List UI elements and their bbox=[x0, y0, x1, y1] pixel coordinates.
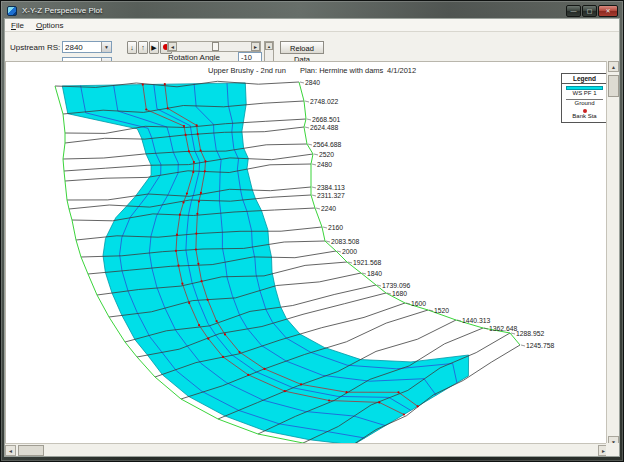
station-label: 1739.096 bbox=[382, 282, 411, 289]
label-leader-line bbox=[337, 251, 341, 252]
xyz-perspective-plot-window: X-Y-Z Perspective Plot — ▢ ✕ File Option… bbox=[0, 0, 624, 462]
station-label: 2240 bbox=[321, 205, 336, 212]
bank-station-dot bbox=[200, 149, 202, 151]
station-label: 1600 bbox=[411, 300, 426, 307]
label-leader-line bbox=[314, 154, 318, 155]
legend-item-label: WS PF 1 bbox=[562, 90, 607, 97]
station-label: 2160 bbox=[328, 224, 343, 231]
bank-station-dot bbox=[238, 351, 240, 353]
legend-item-label: Bank Sta bbox=[562, 113, 607, 120]
bank-station-dot bbox=[167, 107, 169, 109]
bank-station-dot bbox=[197, 263, 199, 265]
station-label: 2384.113 bbox=[317, 184, 345, 191]
bank-station-dot bbox=[179, 214, 181, 216]
plot-area: 28402748.0222668.5012624.4882564.6882520… bbox=[5, 61, 609, 447]
minimize-button[interactable]: — bbox=[566, 5, 581, 17]
reload-data-button[interactable]: Reload Data bbox=[280, 41, 324, 54]
bank-station-dot bbox=[216, 320, 218, 322]
label-leader-line bbox=[511, 333, 515, 334]
bank-station-dot bbox=[204, 160, 206, 162]
rotation-slider[interactable]: ◄ ► bbox=[167, 41, 261, 52]
bank-station-dot bbox=[195, 248, 197, 250]
bank-station-dot bbox=[188, 150, 190, 152]
label-leader-line bbox=[312, 164, 316, 165]
play-animation-button[interactable]: ▶ bbox=[149, 41, 159, 54]
upstream-rs-value: 2840 bbox=[63, 43, 101, 52]
station-label: 1921.568 bbox=[353, 259, 382, 266]
station-label: 2000 bbox=[342, 248, 357, 255]
bank-station-dot bbox=[197, 133, 199, 135]
window-title: X-Y-Z Perspective Plot bbox=[22, 6, 102, 15]
station-label: 2564.688 bbox=[313, 141, 342, 148]
scroll-up-icon[interactable]: ▲ bbox=[608, 61, 619, 72]
station-label: 2480 bbox=[317, 161, 332, 168]
label-leader-line bbox=[308, 144, 312, 145]
label-leader-line bbox=[300, 82, 304, 83]
label-leader-line bbox=[312, 187, 316, 188]
bank-station-dot bbox=[198, 200, 200, 202]
station-label: 1440.313 bbox=[462, 317, 491, 324]
bank-station-dot bbox=[176, 234, 178, 236]
bank-station-dot bbox=[403, 413, 405, 415]
menu-bar: File Options bbox=[5, 19, 619, 32]
bank-station-dot bbox=[192, 171, 194, 173]
close-button[interactable]: ✕ bbox=[598, 5, 618, 17]
bank-station-dot bbox=[378, 401, 380, 403]
perspective-plot: 28402748.0222668.5012624.4882564.6882520… bbox=[6, 62, 609, 447]
slider-thumb[interactable] bbox=[212, 42, 219, 51]
station-label: 2083.508 bbox=[331, 238, 360, 245]
bank-station-dot bbox=[185, 134, 187, 136]
station-label: 1362.648 bbox=[489, 325, 518, 332]
step-downstream-button[interactable]: ↓ bbox=[127, 41, 137, 54]
upstream-rs-label: Upstream RS: bbox=[10, 43, 60, 52]
plot-header: Upper Brushy - 2nd run Plan: Hermine wit… bbox=[6, 66, 608, 76]
station-label: 1520 bbox=[434, 307, 449, 314]
vertical-scroll-thumb[interactable] bbox=[608, 75, 619, 97]
slider-left-arrow-icon[interactable]: ◄ bbox=[168, 42, 177, 51]
bank-station-dot bbox=[193, 161, 195, 163]
bank-station-dot bbox=[346, 391, 348, 393]
bank-station-dot bbox=[182, 201, 184, 203]
bank-station-dot bbox=[222, 356, 224, 358]
bank-station-dot bbox=[183, 125, 185, 127]
station-label: 2311.327 bbox=[317, 192, 345, 199]
bank-station-dot bbox=[224, 333, 226, 335]
horizontal-scrollbar[interactable]: ◄ ► bbox=[5, 443, 609, 456]
bank-station-dot bbox=[263, 368, 265, 370]
bank-station-dot bbox=[164, 83, 166, 85]
bank-station-dot bbox=[284, 390, 286, 392]
label-leader-line bbox=[316, 208, 320, 209]
bank-station-dot bbox=[177, 265, 179, 267]
station-label: 1245.758 bbox=[526, 342, 555, 349]
step-upstream-button[interactable]: ↑ bbox=[138, 41, 148, 54]
chevron-down-icon[interactable]: ▼ bbox=[101, 42, 111, 52]
horizontal-scroll-thumb[interactable] bbox=[18, 445, 44, 456]
bank-station-dot bbox=[300, 383, 302, 385]
spinner-up-icon[interactable]: ▲ bbox=[265, 42, 273, 50]
station-label: 2840 bbox=[305, 79, 320, 86]
plot-title: Upper Brushy - 2nd run bbox=[208, 66, 286, 75]
bank-station-dot bbox=[145, 108, 147, 110]
bank-station-dot bbox=[181, 283, 183, 285]
bank-station-dot bbox=[200, 192, 202, 194]
bank-station-dot bbox=[207, 338, 209, 340]
slider-right-arrow-icon[interactable]: ► bbox=[251, 42, 260, 51]
menu-options[interactable]: Options bbox=[30, 20, 70, 31]
upstream-rs-combobox[interactable]: 2840 ▼ bbox=[62, 41, 112, 53]
menu-file[interactable]: File bbox=[5, 20, 30, 31]
label-leader-line bbox=[305, 101, 309, 102]
bank-station-dot bbox=[328, 399, 330, 401]
station-label: 2520 bbox=[319, 151, 334, 158]
vertical-scrollbar[interactable]: ▲ ▼ bbox=[606, 61, 619, 447]
plot-plan: Plan: Hermine with dams bbox=[300, 66, 383, 75]
bank-station-dot bbox=[196, 213, 198, 215]
maximize-button[interactable]: ▢ bbox=[582, 5, 597, 17]
station-label: 2748.022 bbox=[310, 98, 339, 105]
control-panel: Upstream RS: 2840 ▼ Downstream RS: 1245.… bbox=[5, 32, 619, 61]
scroll-left-icon[interactable]: ◄ bbox=[5, 445, 16, 456]
station-label: 1680 bbox=[392, 290, 407, 297]
station-label: 2668.501 bbox=[312, 116, 341, 123]
scrollbar-corner bbox=[606, 443, 619, 456]
bank-station-dot bbox=[142, 84, 144, 86]
label-leader-line bbox=[307, 119, 311, 120]
